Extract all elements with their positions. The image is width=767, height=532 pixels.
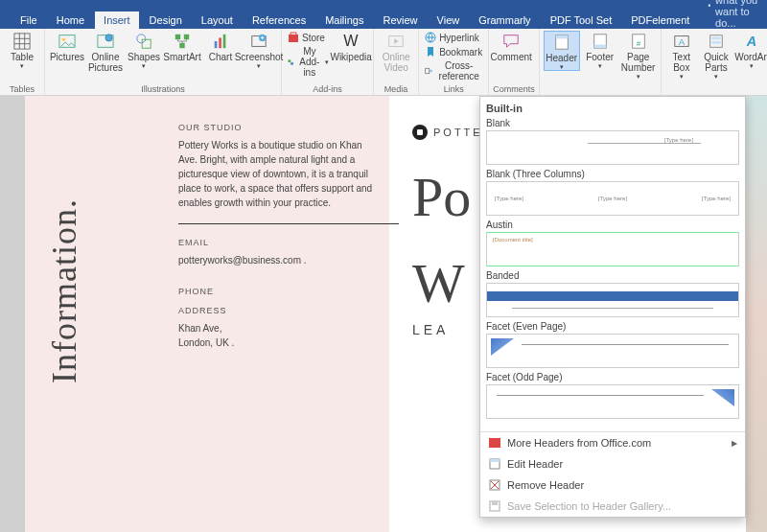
group-text: AText Box▾ Quick Parts▾ AWordArt▾ ADrop … [662,29,767,95]
tab-file[interactable]: File [12,12,46,29]
gallery-item-three[interactable]: [Type here][Type here][Type here] [486,181,739,216]
chart-icon [212,33,229,50]
edit-header[interactable]: Edit Header [480,453,745,474]
footer-icon [592,33,609,50]
screenshot-label: Screenshot [235,52,284,62]
more-headers-label: More Headers from Office.com [507,437,651,449]
smartart-button[interactable]: SmartArt [164,31,200,62]
wikipedia-icon: W [342,33,360,50]
comment-icon [502,33,520,50]
smartart-icon [174,33,191,50]
gallery-scroll[interactable]: Built-in Blank Blank (Three Columns) [Ty… [480,97,745,431]
edit-icon [488,457,501,471]
tab-pdftoolset[interactable]: PDF Tool Set [542,12,621,29]
tab-mailings[interactable]: Mailings [316,12,372,29]
logo-icon [412,125,428,140]
my-addins-button[interactable]: My Add-ins ▾ [286,45,331,79]
gallery-item-banded[interactable] [486,283,739,317]
page-number-button[interactable]: #Page Number▾ [620,31,657,80]
svg-text:W: W [343,33,359,49]
store-button[interactable]: Store [286,31,331,44]
table-button[interactable]: Table▾ [4,31,40,69]
svg-rect-12 [184,35,189,39]
textbox-button[interactable]: AText Box▾ [665,31,698,80]
chart-button[interactable]: Chart [202,31,239,62]
tab-layout[interactable]: Layout [193,12,242,29]
crossref-label: Cross-reference [435,60,482,81]
online-pictures-button[interactable]: Online Pictures [87,31,124,73]
pictures-button[interactable]: Pictures [49,31,85,62]
group-tables: Table▾ Tables [0,29,45,95]
gallery-item-facet-even[interactable] [486,334,739,368]
svg-rect-13 [179,43,184,48]
group-header-footer: Header▾ Footer▾ #Page Number▾ Header & F… [540,29,662,95]
online-pictures-label: Online Pictures [87,52,124,73]
tab-review[interactable]: Review [375,12,427,29]
studio-body[interactable]: Pottery Works is a boutique studio on Kh… [178,138,380,210]
email-label: EMAIL [178,238,370,247]
col1: [Type here] [495,196,523,201]
shapes-button[interactable]: Shapes▾ [126,31,162,69]
gallery-item-blank[interactable] [486,130,739,165]
tab-home[interactable]: Home [48,12,93,29]
tab-view[interactable]: View [429,12,469,29]
hyperlink-button[interactable]: Hyperlink [423,31,484,44]
austin-text: [Document title] [493,237,533,243]
online-video-label: Online Video [378,52,414,73]
footer-label: Footer [586,52,614,62]
group-addins-label: Add-ins [286,84,369,95]
gallery-item-austin-label: Austin [486,220,739,230]
crossref-icon [425,65,432,77]
header-gallery: Built-in Blank Blank (Three Columns) [Ty… [479,96,746,518]
screenshot-button[interactable]: Screenshot▾ [241,31,277,69]
gallery-item-facet-odd[interactable] [486,384,739,419]
svg-rect-25 [426,68,430,73]
tab-pdfelement[interactable]: PDFelement [622,12,698,29]
crossref-button[interactable]: Cross-reference [423,59,484,82]
svg-point-9 [137,35,146,43]
bookmark-button[interactable]: Bookmark [423,45,484,58]
gallery-item-blank-label: Blank [486,118,739,128]
remove-header[interactable]: Remove Header [480,474,745,496]
phone-label: PHONE [178,287,370,296]
gallery-item-austin[interactable]: [Document title] [486,232,739,266]
pictures-label: Pictures [50,52,84,62]
svg-text:#: # [636,39,640,48]
group-links-label: Links [423,84,484,95]
tab-references[interactable]: References [244,12,314,29]
svg-rect-27 [555,35,568,39]
tab-grammarly[interactable]: Grammarly [470,12,539,29]
title-bar [0,0,767,10]
email-value[interactable]: potteryworks@business.com . [178,253,380,267]
save-to-gallery-label: Save Selection to Header Gallery... [507,500,671,512]
gallery-section: Built-in [486,103,739,114]
lightbulb-icon [708,1,711,11]
svg-point-6 [62,37,66,41]
shapes-icon [135,33,152,50]
header-label: Header [546,53,577,63]
col2: [Type here] [598,196,627,201]
tell-me[interactable]: Tell me what you want to do... [700,0,767,29]
svg-text:A: A [679,37,685,47]
wikipedia-button[interactable]: WWikipedia [333,31,369,62]
group-links: Hyperlink Bookmark Cross-reference Links [419,29,489,95]
footer-button[interactable]: Footer▾ [582,31,618,69]
svg-rect-46 [489,438,500,448]
edit-header-label: Edit Header [507,458,563,470]
more-headers[interactable]: More Headers from Office.com▶ [480,432,745,453]
gallery-item-three-label: Blank (Three Columns) [486,169,739,179]
quickparts-icon [708,33,725,50]
remove-icon [488,478,501,492]
gallery-item-facet-even-label: Facet (Even Page) [486,321,739,332]
wordart-button[interactable]: AWordArt▾ [734,31,767,69]
wordart-label: WordArt [734,52,767,62]
tab-design[interactable]: Design [141,12,191,29]
tab-insert[interactable]: Insert [95,12,139,29]
svg-rect-29 [593,45,606,49]
comment-button[interactable]: Comment [493,31,529,62]
header-button[interactable]: Header▾ [544,31,580,71]
address-value[interactable]: Khan Ave, London, UK . [178,321,380,350]
quickparts-button[interactable]: Quick Parts▾ [700,31,732,80]
svg-rect-36 [712,41,721,44]
info-heading: Information [44,198,84,383]
